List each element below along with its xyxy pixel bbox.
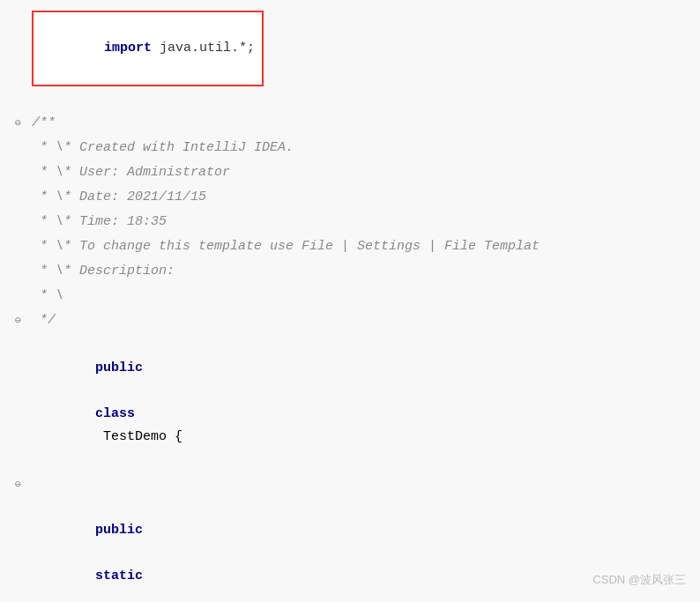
gutter-fold: ⊖ (0, 112, 26, 135)
class-def-line: public class TestDemo { (0, 333, 700, 472)
javadoc-line-2: * \* User: Administrator (0, 160, 700, 185)
javadoc-close-line: ⊖ */ (0, 308, 700, 333)
static-keyword: static (95, 569, 143, 583)
public-keyword: public (95, 360, 143, 375)
import-keyword: import (104, 41, 152, 56)
javadoc-content-2: * \* User: Administrator (26, 161, 700, 184)
space1 (95, 383, 103, 398)
editor-container: import java.util.*; ⊖ /** * \* Created w… (0, 0, 700, 602)
javadoc-line-7: * \ (0, 284, 700, 308)
javadoc-content-4: * \* Time: 18:35 (26, 211, 700, 234)
class-name: TestDemo { (95, 429, 182, 444)
space3 (95, 591, 103, 602)
javadoc-line-4: * \* Time: 18:35 (0, 210, 700, 234)
javadoc-content-6: * \* Description: (26, 260, 700, 283)
code-area: import java.util.*; ⊖ /** * \* Created w… (0, 0, 700, 602)
gutter-fold-close: ⊖ (0, 309, 26, 332)
class-keyword: class (95, 406, 135, 421)
method-fold-icon[interactable]: ⊖ (15, 473, 21, 496)
space2 (95, 546, 103, 561)
javadoc-content-5: * \* To change this template use File | … (26, 235, 700, 258)
fold-icon[interactable]: ⊖ (15, 112, 21, 135)
empty-line-1 (0, 88, 700, 111)
javadoc-line-1: * \* Created with IntelliJ IDEA. (0, 136, 700, 160)
import-line: import java.util.*; (0, 9, 700, 88)
watermark: CSDN @波风张三 (592, 572, 686, 588)
javadoc-content-3: * \* Date: 2021/11/15 (26, 186, 700, 209)
javadoc-open: /** (26, 112, 700, 135)
import-statement: import java.util.*; (32, 11, 264, 86)
javadoc-line-6: * \* Description: (0, 259, 700, 284)
javadoc-line-5: * \* To change this template use File | … (0, 234, 700, 259)
javadoc-content-7: * \ (26, 285, 700, 308)
gutter-method: ⊖ (0, 473, 26, 496)
method-indent (95, 500, 127, 515)
javadoc-close: */ (26, 309, 700, 332)
public-keyword-2: public (95, 523, 143, 538)
fold-close-icon[interactable]: ⊖ (15, 309, 21, 332)
class-def-content: public class TestDemo { (26, 334, 700, 472)
javadoc-open-line: ⊖ /** (0, 111, 700, 136)
javadoc-line-3: * \* Date: 2021/11/15 (0, 185, 700, 210)
javadoc-content-1: * \* Created with IntelliJ IDEA. (26, 137, 700, 160)
import-path: java.util.*; (152, 41, 255, 56)
